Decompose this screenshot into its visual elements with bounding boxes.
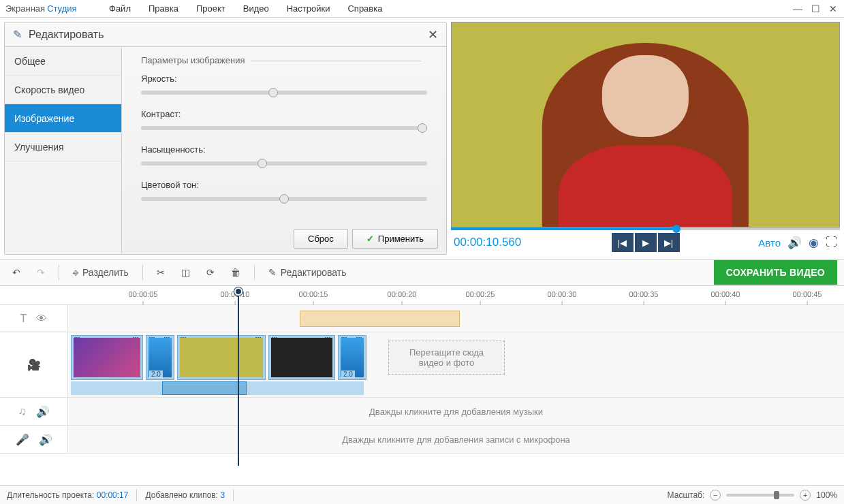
playhead-line [238, 296, 239, 466]
split-button[interactable]: ⎆ Разделить [67, 264, 134, 281]
menu-project[interactable]: Проект [196, 3, 225, 14]
prev-frame-button[interactable]: |◀ [612, 233, 634, 252]
undo-button[interactable]: ↶ [7, 264, 26, 281]
mic-track-icon: 🎤 [16, 433, 29, 446]
edit-tab-improvements[interactable]: Улучшения [5, 133, 121, 161]
timeline-ruler[interactable]: 00:00:05 00:00:10 00:00:15 00:00:20 00:0… [0, 286, 844, 305]
video-clip[interactable] [268, 335, 335, 380]
video-preview[interactable] [451, 22, 840, 227]
music-track[interactable]: Дважды кликните для добавления музыки [68, 398, 844, 425]
ruler-tick: 00:00:30 [548, 290, 577, 298]
ruler-tick: 00:00:40 [711, 290, 740, 298]
ruler-tick: 00:00:15 [299, 290, 328, 298]
video-clip[interactable] [177, 335, 266, 380]
clips-count-value: 3 [220, 490, 225, 500]
apply-button[interactable]: Применить [352, 229, 438, 249]
ruler-tick: 00:00:35 [629, 290, 659, 298]
video-clip[interactable] [71, 335, 143, 380]
preview-timecode: 00:00:10.560 [454, 236, 521, 249]
text-track-icon: T [20, 313, 27, 325]
menu-file[interactable]: Файл [109, 3, 131, 14]
snapshot-icon[interactable]: ◉ [809, 236, 819, 250]
brightness-label: Яркость: [141, 74, 427, 84]
music-track-volume-icon[interactable]: 🔊 [36, 405, 50, 418]
ruler-tick: 00:00:20 [388, 290, 417, 298]
play-button[interactable]: ▶ [635, 233, 657, 252]
linked-audio-selected[interactable] [162, 381, 247, 395]
save-video-button[interactable]: СОХРАНИТЬ ВИДЕО [714, 260, 837, 285]
drop-zone[interactable]: Перетащите сюда видео и фото [388, 341, 505, 375]
ruler-tick: 00:00:25 [466, 290, 495, 298]
menu-video[interactable]: Видео [243, 3, 269, 14]
edit-panel: ✎ Редактировать ✕ Общее Скорость видео И… [4, 22, 447, 255]
image-params-heading: Параметры изображения [141, 55, 245, 65]
menu-settings[interactable]: Настройки [287, 3, 330, 14]
reset-button[interactable]: Сброс [294, 229, 348, 249]
mic-track-volume-icon[interactable]: 🔊 [39, 433, 52, 446]
edit-tab-speed[interactable]: Скорость видео [5, 76, 121, 104]
rotate-button[interactable]: ⟳ [201, 264, 220, 281]
cut-button[interactable]: ✂ [151, 264, 170, 281]
fullscreen-icon[interactable]: ⛶ [826, 236, 837, 249]
contrast-slider[interactable] [141, 126, 427, 130]
ruler-tick: 00:00:05 [129, 290, 158, 298]
project-duration-value: 00:00:17 [97, 490, 129, 500]
edit-panel-title: Редактировать [29, 29, 104, 41]
menu-help[interactable]: Справка [347, 3, 382, 14]
edit-sidebar: Общее Скорость видео Изображение Улучшен… [5, 47, 122, 254]
saturation-label: Насыщенность: [141, 144, 427, 155]
ruler-tick: 00:00:45 [793, 290, 822, 298]
zoom-in-button[interactable]: + [800, 490, 811, 501]
video-track-icon: 🎥 [27, 358, 41, 371]
auto-label[interactable]: Авто [758, 237, 781, 249]
clips-count-label: Добавлено клипов: [145, 490, 218, 500]
edit-panel-close-button[interactable]: ✕ [428, 27, 438, 42]
hue-label: Цветовой тон: [141, 180, 427, 190]
status-bar: Длительность проекта: 00:00:17 Добавлено… [0, 485, 844, 504]
transition-clip[interactable]: 2.0 [338, 335, 366, 380]
video-track[interactable]: 2.0 2.0 Перетащите сюда видео и фото [68, 332, 844, 397]
edit-icon: ✎ [13, 28, 22, 41]
edit-tab-image[interactable]: Изображение [5, 104, 121, 133]
brightness-slider[interactable] [141, 91, 427, 95]
text-track-visibility-icon[interactable]: 👁 [36, 313, 47, 325]
contrast-label: Контраст: [141, 109, 427, 119]
edit-clip-button[interactable]: ✎ Редактировать [263, 264, 352, 281]
delete-button[interactable]: 🗑 [225, 264, 246, 281]
next-frame-button[interactable]: ▶| [658, 233, 680, 252]
playhead[interactable] [234, 287, 243, 296]
project-duration-label: Длительность проекта: [7, 490, 94, 500]
music-track-icon: ♫ [18, 405, 27, 418]
mic-track[interactable]: Дважды кликните для добавления записи с … [68, 426, 844, 453]
zoom-out-button[interactable]: − [710, 490, 721, 501]
volume-icon[interactable]: 🔊 [787, 236, 802, 250]
text-track[interactable] [68, 305, 844, 332]
zoom-label: Масштаб: [668, 490, 705, 500]
redo-button[interactable]: ↷ [31, 264, 50, 281]
menu-edit[interactable]: Правка [149, 3, 178, 14]
edit-tab-general[interactable]: Общее [5, 47, 121, 76]
crop-button[interactable]: ◫ [176, 264, 196, 281]
text-clip[interactable] [300, 311, 460, 327]
saturation-slider[interactable] [141, 161, 427, 166]
hue-slider[interactable] [141, 197, 427, 201]
transition-clip[interactable]: 2.0 [146, 335, 174, 380]
zoom-value: 100% [816, 490, 837, 500]
zoom-slider[interactable] [726, 494, 794, 497]
